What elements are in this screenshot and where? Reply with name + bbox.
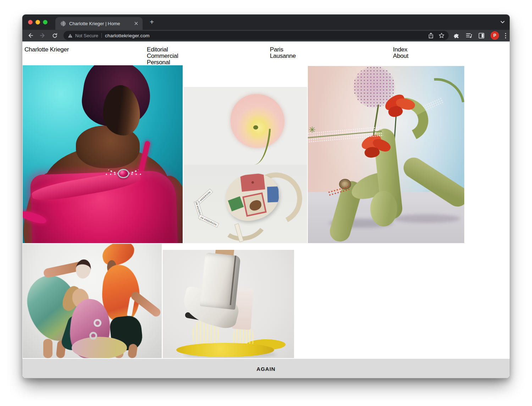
menu-dots-icon[interactable]: [505, 33, 506, 38]
page-content: Charlotte Krieger Editorial Commercial P…: [22, 42, 510, 378]
nav-link-personal[interactable]: Personal: [147, 59, 178, 66]
nav-link-paris[interactable]: Paris: [270, 46, 296, 53]
again-label: AGAIN: [256, 366, 275, 372]
address-bar[interactable]: Not Secure charlottekrieger.com: [63, 31, 449, 40]
nav-link-lausanne[interactable]: Lausanne: [270, 53, 296, 59]
window-minimize-button[interactable]: [35, 20, 40, 24]
browser-window: Charlotte Krieger | Home + Not Secure ch…: [22, 14, 510, 378]
tab-strip: Charlotte Krieger | Home +: [22, 15, 510, 30]
tab-title: Charlotte Krieger | Home: [69, 21, 133, 26]
forward-button[interactable]: [38, 31, 47, 40]
nav-link-editorial[interactable]: Editorial: [147, 46, 178, 53]
media-controls-icon[interactable]: [466, 33, 472, 38]
site-brand[interactable]: Charlotte Krieger: [24, 46, 69, 53]
back-button[interactable]: [26, 31, 35, 40]
nav-categories: Editorial Commercial Personal: [147, 46, 178, 66]
window-zoom-button[interactable]: [43, 20, 48, 24]
photo-model-teal-portrait[interactable]: [23, 65, 183, 243]
photo-squash-still-life[interactable]: ✳: [308, 66, 464, 243]
tab-close-icon[interactable]: [133, 21, 139, 26]
warning-triangle-icon: [68, 33, 73, 38]
globe-favicon-icon: [60, 21, 66, 27]
divider: [101, 33, 102, 38]
share-icon[interactable]: [428, 33, 433, 38]
photo-felt-fashion-group[interactable]: [23, 244, 162, 358]
nav-link-about[interactable]: About: [393, 53, 408, 59]
browser-toolbar: Not Secure charlottekrieger.com P: [22, 30, 510, 42]
photo-printed-hat[interactable]: JW ANDERSON JW ANDERSON JW ANDERSON: [184, 165, 307, 243]
browser-tab[interactable]: Charlotte Krieger | Home: [55, 17, 143, 30]
chevron-down-icon[interactable]: [500, 19, 505, 25]
extensions-puzzle-icon[interactable]: [454, 33, 460, 39]
profile-avatar[interactable]: P: [491, 31, 499, 40]
window-controls: [28, 20, 48, 24]
nav-link-index[interactable]: Index: [393, 46, 408, 53]
side-panel-icon[interactable]: [478, 33, 484, 39]
nav-locations: Paris Lausanne: [270, 46, 296, 59]
url-text: charlottekrieger.com: [105, 33, 150, 38]
nav-pages: Index About: [393, 46, 408, 59]
bookmark-star-icon[interactable]: [439, 33, 444, 38]
reload-button[interactable]: [50, 31, 59, 40]
again-button[interactable]: AGAIN: [22, 359, 510, 378]
photo-poppy-flower[interactable]: [184, 87, 307, 165]
new-tab-button[interactable]: +: [147, 18, 156, 27]
photo-boot-yellow-slime[interactable]: [163, 250, 294, 358]
nav-link-commercial[interactable]: Commercial: [147, 53, 178, 59]
window-close-button[interactable]: [28, 20, 33, 24]
security-label: Not Secure: [75, 33, 98, 38]
